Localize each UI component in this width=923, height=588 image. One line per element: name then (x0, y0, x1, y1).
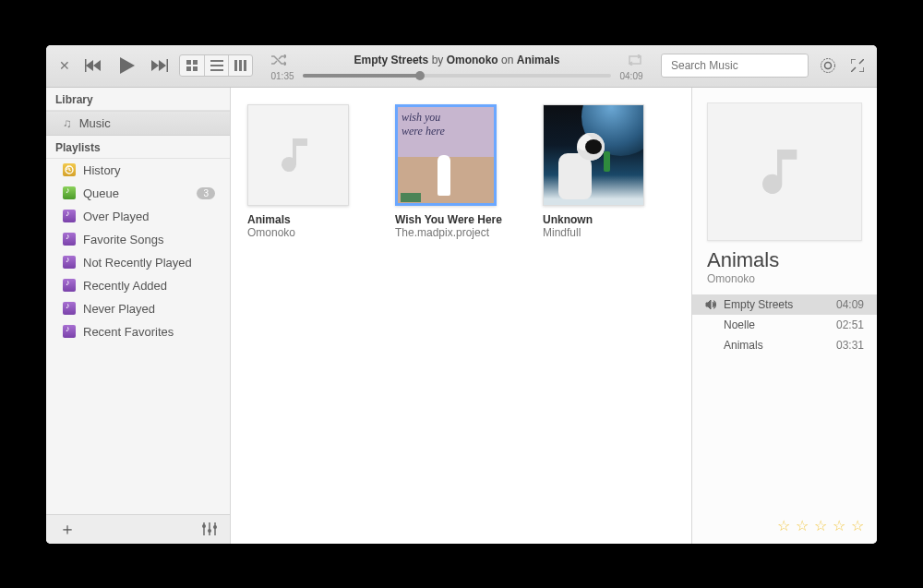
svg-rect-6 (210, 69, 223, 71)
album-title: Unknown (543, 213, 663, 226)
star-icon[interactable]: ☆ (833, 517, 845, 534)
sidebar-item-not-recently-played[interactable]: Not Recently Played (46, 251, 230, 274)
total-time: 04:09 (617, 71, 646, 81)
np-artist: Omonoko (447, 54, 498, 66)
history-icon (63, 163, 76, 176)
queue-icon (63, 186, 76, 199)
fullscreen-button[interactable] (847, 55, 868, 76)
repeat-button[interactable] (624, 51, 646, 69)
view-grid-button[interactable] (180, 55, 204, 76)
svg-point-17 (213, 525, 217, 529)
track-list: Empty Streets 04:09 Noelle 02:51 Animals… (692, 294, 877, 355)
np-track-name: Empty Streets (354, 54, 429, 66)
sidebar-item-label: History (83, 163, 120, 177)
svg-rect-8 (239, 60, 242, 71)
star-icon[interactable]: ☆ (796, 517, 809, 534)
music-icon: ♫ (63, 116, 72, 130)
sidebar: Library ♫ Music Playlists History Queue … (46, 88, 231, 544)
playlist-icon (63, 233, 76, 246)
next-button[interactable] (148, 55, 172, 76)
search-field[interactable] (661, 54, 809, 78)
sidebar-footer: ＋ (46, 514, 230, 544)
sidebar-item-music[interactable]: ♫ Music (46, 111, 230, 136)
playlist-icon (63, 279, 76, 292)
search-input[interactable] (671, 59, 809, 72)
now-playing-title: Empty Streets by Omonoko on Animals (297, 54, 617, 66)
view-column-button[interactable] (228, 55, 252, 76)
view-mode-switcher (179, 54, 253, 77)
playlist-icon (63, 325, 76, 338)
svg-rect-7 (234, 60, 237, 71)
playlists-header: Playlists (46, 136, 230, 159)
music-note-icon (276, 133, 320, 177)
add-playlist-button[interactable]: ＋ (55, 514, 79, 544)
track-row[interactable]: Empty Streets 04:09 (692, 294, 877, 315)
svg-rect-5 (210, 65, 223, 66)
sidebar-item-queue[interactable]: Queue 3 (46, 182, 230, 205)
speaker-icon (705, 299, 720, 310)
svg-rect-0 (186, 60, 191, 65)
svg-rect-4 (210, 60, 223, 62)
sidebar-item-overplayed[interactable]: Over Played (46, 205, 230, 228)
svg-point-15 (202, 524, 206, 528)
playlist-icon (63, 210, 76, 222)
progress-bar[interactable] (303, 74, 611, 78)
queue-badge: 3 (197, 187, 215, 199)
elapsed-time: 01:35 (268, 71, 297, 81)
sidebar-item-history[interactable]: History (46, 159, 230, 182)
music-note-icon (755, 142, 814, 201)
toolbar: ✕ Empty (46, 45, 877, 88)
sidebar-item-label: Not Recently Played (83, 256, 192, 270)
album-cover[interactable] (395, 104, 497, 206)
album-card[interactable]: Animals Omonoko (247, 104, 367, 239)
album-cover[interactable] (247, 104, 349, 206)
sidebar-item-favorite-songs[interactable]: Favorite Songs (46, 228, 230, 251)
album-card[interactable]: Unknown Mindfull (543, 104, 663, 239)
playlist-icon (63, 302, 76, 315)
album-cover[interactable] (543, 104, 644, 206)
track-row[interactable]: Noelle 02:51 (692, 315, 877, 335)
sidebar-item-label: Recently Added (83, 279, 167, 293)
track-title: Noelle (724, 318, 836, 331)
album-card[interactable]: Wish You Were Here The.madpix.project (395, 104, 515, 239)
sidebar-item-label: Over Played (83, 210, 150, 223)
track-title: Empty Streets (724, 298, 836, 311)
np-by: by (432, 54, 444, 66)
panel-album-cover[interactable] (707, 102, 862, 241)
svg-point-14 (66, 166, 73, 174)
panel-album-title: Animals (692, 248, 877, 272)
settings-button[interactable] (816, 54, 840, 78)
play-button[interactable] (113, 52, 140, 79)
track-duration: 04:09 (836, 298, 864, 311)
sidebar-item-recently-added[interactable]: Recently Added (46, 274, 230, 297)
star-icon[interactable]: ☆ (814, 517, 827, 534)
track-title: Animals (724, 339, 836, 352)
panel-album-artist: Omonoko (692, 272, 877, 294)
svg-point-12 (821, 59, 835, 73)
rating-stars[interactable]: ☆ ☆ ☆ ☆ ☆ (692, 508, 877, 544)
track-duration: 03:31 (836, 339, 864, 352)
sidebar-item-never-played[interactable]: Never Played (46, 297, 230, 320)
sidebar-item-label: Music (79, 116, 111, 130)
close-button[interactable]: ✕ (55, 54, 74, 77)
album-grid: Animals Omonoko Wish You Were Here The.m… (231, 88, 692, 544)
star-icon[interactable]: ☆ (851, 517, 864, 534)
library-header: Library (46, 88, 230, 111)
sidebar-item-label: Queue (83, 186, 119, 200)
shuffle-button[interactable] (268, 51, 290, 69)
svg-rect-1 (193, 60, 198, 65)
now-playing-panel: Animals Omonoko Empty Streets 04:09 Noel… (692, 88, 877, 544)
view-list-button[interactable] (204, 55, 228, 76)
album-artist: The.madpix.project (395, 226, 515, 239)
track-row[interactable]: Animals 03:31 (692, 335, 877, 355)
equalizer-button[interactable] (198, 519, 221, 539)
sidebar-item-label: Never Played (83, 302, 155, 316)
sidebar-item-label: Recent Favorites (83, 325, 174, 339)
album-artist: Mindfull (543, 226, 663, 239)
svg-rect-3 (193, 66, 198, 71)
album-artist: Omonoko (247, 226, 367, 239)
star-icon[interactable]: ☆ (777, 517, 790, 534)
sidebar-item-recent-favorites[interactable]: Recent Favorites (46, 320, 230, 343)
previous-button[interactable] (81, 55, 105, 76)
now-playing: Empty Streets by Omonoko on Animals 01:3… (260, 51, 653, 81)
